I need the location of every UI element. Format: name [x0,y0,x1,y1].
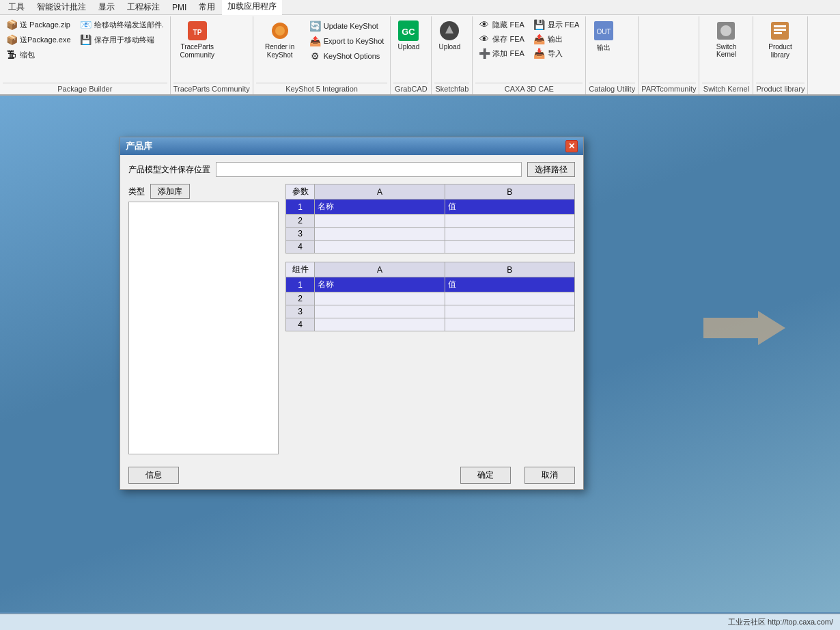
svg-point-3 [275,26,285,36]
send-exe-button[interactable]: 📦 送Package.exe [3,33,74,46]
svg-point-11 [720,25,731,36]
components-table: 组件 A B 1 名称 值2 3 4 [285,262,575,331]
table-row[interactable]: 2 [286,292,575,305]
table-row[interactable]: 2 [286,215,575,228]
category-list[interactable] [128,202,279,454]
svg-rect-15 [774,32,782,34]
keyshot-options-button[interactable]: ⚙ KeyShot Options [307,49,388,63]
row-a[interactable] [315,292,445,305]
sketchfab-button[interactable]: Upload [434,18,464,67]
components-table-container: 组件 A B 1 名称 值2 3 4 [285,262,575,331]
update-keyshot-button[interactable]: 🔄 Update KeyShot [307,19,388,33]
sketchfab-icon [438,20,460,42]
params-col-num-header: 参数 [286,184,315,200]
footer-right: 确定 取消 [460,467,575,484]
row-num: 2 [286,292,315,305]
row-a[interactable] [315,305,445,318]
product-library-dialog: 产品库 ✕ 产品模型文件保存位置 选择路径 类型 添加库 [120,137,584,490]
group-traceparts-content: TP TraceParts Community [173,18,250,81]
svg-rect-13 [774,25,786,27]
menu-pmi[interactable]: PMI [167,1,192,14]
send-zip-button[interactable]: 📦 送 Package.zip [3,18,74,31]
table-row[interactable]: 3 [286,305,575,318]
save-mobile-button[interactable]: 💾 保存用于移动终端 [77,33,167,46]
row-a[interactable] [315,241,445,254]
svg-text:GC: GC [402,27,416,37]
cancel-button[interactable]: 取消 [524,467,575,484]
export-keyshot-button[interactable]: 📤 Export to KeyShot [307,34,388,48]
move-send-button[interactable]: 📧 给移动终端发送邮件. [77,18,167,31]
ribbon: 📦 送 Package.zip 📦 送Package.exe 🗜 缩包 📧 给移… [0,15,840,96]
row-b[interactable]: 值 [445,200,574,215]
group-sketchfab-content: Upload [434,18,469,81]
group-product-library-content: Product library [756,18,804,81]
row-a[interactable]: 名称 [315,200,445,215]
add-fea-icon: ➕ [479,48,490,59]
package-zip-icon: 📦 [6,19,17,30]
row-b[interactable] [445,318,574,331]
select-path-button[interactable]: 选择路径 [527,162,575,177]
row-b[interactable] [445,228,574,241]
group-switch-kernel-label: Switch Kernel [702,83,750,93]
render-keyshot-button[interactable]: Render in KeyShot [256,18,304,67]
right-panel: 参数 A B 1 名称 值2 3 4 [285,184,575,454]
row-a[interactable] [315,215,445,228]
save-mobile-icon: 💾 [81,34,92,45]
email-icon: 📧 [81,19,92,30]
left-panel-header: 类型 添加库 [128,184,279,199]
add-library-button[interactable]: 添加库 [150,184,190,199]
switch-kernel-button[interactable]: Switch Kernel [702,18,750,67]
row-b[interactable] [445,215,574,228]
ok-button[interactable]: 确定 [460,467,511,484]
traceparts-button[interactable]: TP TraceParts Community [173,18,221,67]
table-row[interactable]: 1 名称 值 [286,200,575,215]
save-fea-button[interactable]: 💾 显示 FEA [531,18,583,31]
group-sketchfab-label: Sketchfab [434,83,469,93]
group-partcommunity-content [641,18,696,81]
group-caxa-cae: 👁 隐藏 FEA 👁 保存 FEA ➕ 添加 FEA 💾 显示 FEA [473,16,586,94]
show-fea-icon: 👁 [479,33,490,44]
catalog-output-button[interactable]: OUT 输出 [589,18,619,67]
row-num: 1 [286,200,315,215]
table-row[interactable]: 4 [286,241,575,254]
show-fea-button[interactable]: 👁 保存 FEA [475,32,527,46]
row-a[interactable] [315,228,445,241]
params-table-container: 参数 A B 1 名称 值2 3 4 [285,184,575,254]
add-fea-button[interactable]: ➕ 添加 FEA [475,46,527,60]
row-a[interactable] [315,318,445,331]
menu-display[interactable]: 显示 [93,0,120,14]
table-row[interactable]: 3 [286,228,575,241]
row-b[interactable] [445,241,574,254]
menu-smart-design[interactable]: 智能设计批注 [31,0,92,14]
dialog-titlebar: 产品库 ✕ [120,137,583,155]
fea-col1: 👁 隐藏 FEA 👁 保存 FEA ➕ 添加 FEA [475,18,527,60]
row-a[interactable]: 名称 [315,277,445,292]
product-library-button[interactable]: Product library [756,18,804,67]
params-col-b-header: B [445,184,574,200]
info-button[interactable]: 信息 [128,467,179,484]
table-row[interactable]: 4 [286,318,575,331]
import-fea-button[interactable]: 📥 导入 [531,46,583,60]
row-b[interactable]: 值 [445,277,574,292]
menu-tool[interactable]: 工具 [3,0,30,14]
row-num: 4 [286,241,315,254]
compress-button[interactable]: 🗜 缩包 [3,48,74,61]
grabcad-button[interactable]: GC Upload [393,18,423,67]
product-library-icon [769,20,791,42]
file-path-input[interactable] [216,162,522,177]
export-fea-icon: 📤 [534,33,545,44]
menu-load-app[interactable]: 加载应用程序 [222,0,282,15]
menu-engineering[interactable]: 工程标注 [122,0,165,14]
row-num: 4 [286,318,315,331]
group-switch-kernel: Switch Kernel Switch Kernel [699,16,753,94]
row-b[interactable] [445,292,574,305]
components-col-num-header: 组件 [286,262,315,277]
row-b[interactable] [445,305,574,318]
group-partcommunity-label: PARTcommunity [641,83,696,93]
table-row[interactable]: 1 名称 值 [286,277,575,292]
svg-text:OUT: OUT [597,28,611,36]
dialog-close-button[interactable]: ✕ [565,140,578,152]
menu-common[interactable]: 常用 [193,0,221,14]
hide-fea-button[interactable]: 👁 隐藏 FEA [475,18,527,31]
export-fea-button[interactable]: 📤 输出 [531,32,583,46]
